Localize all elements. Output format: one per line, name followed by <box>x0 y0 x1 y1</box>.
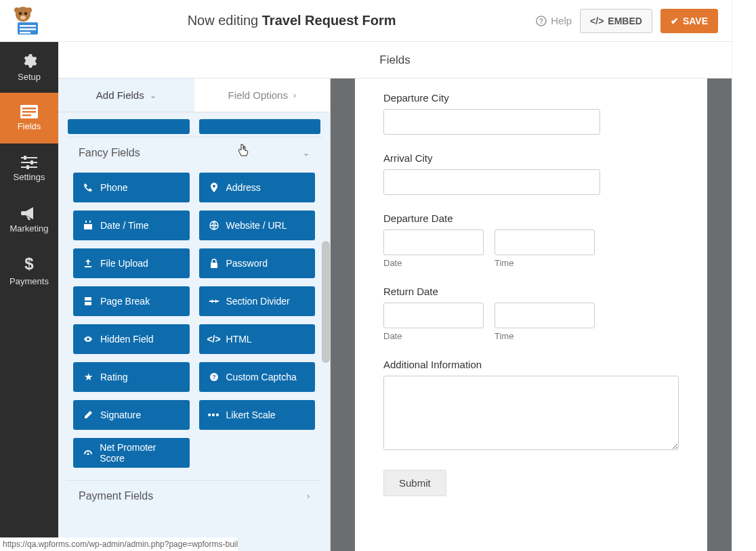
field-type-label: File Upload <box>100 258 148 269</box>
dollar-icon: $ <box>24 255 33 273</box>
return-time-input[interactable] <box>495 303 595 328</box>
rail-marketing[interactable]: Marketing <box>0 194 58 245</box>
date-sublabel: Date <box>383 331 484 341</box>
collapsed-group-stub <box>68 119 320 130</box>
field-type-html[interactable]: </>HTML <box>199 324 316 354</box>
field-type-date-time[interactable]: Date / Time <box>73 211 190 240</box>
pencil-icon <box>83 410 93 420</box>
svg-rect-3 <box>20 32 30 34</box>
field-return-date[interactable]: Return Date Date Time <box>383 286 679 341</box>
form-name: Travel Request Form <box>262 13 396 28</box>
svg-rect-2 <box>20 28 36 30</box>
tab-add-fields[interactable]: Add Fields ⌄ <box>58 79 194 112</box>
field-type-signature[interactable]: Signature <box>73 400 190 430</box>
rail-settings[interactable]: Settings <box>0 144 58 194</box>
group-payment-fields[interactable]: Payment Fields › <box>66 480 322 512</box>
save-button[interactable]: ✔ SAVE <box>660 9 718 33</box>
topbar: Now editing Travel Request Form ? Help <… <box>0 0 756 42</box>
svg-rect-16 <box>21 157 37 158</box>
embed-button[interactable]: </> EMBED <box>580 9 652 33</box>
tab-field-options[interactable]: Field Options › <box>194 79 331 112</box>
field-type-hidden-field[interactable]: Hidden Field <box>73 324 190 354</box>
field-type-label: Phone <box>100 182 127 193</box>
date-sublabel: Date <box>383 258 484 268</box>
pagebreak-icon <box>83 296 93 306</box>
departure-city-input[interactable] <box>383 109 600 135</box>
code-icon: </> <box>590 16 604 26</box>
pin-icon <box>209 183 219 192</box>
form-canvas: Departure City Arrival City Departure Da… <box>331 79 732 551</box>
field-type-likert-scale[interactable]: •••Likert Scale <box>199 400 316 430</box>
field-type-rating[interactable]: ★Rating <box>73 362 190 392</box>
app-logo <box>5 3 47 39</box>
svg-rect-20 <box>30 160 33 164</box>
field-departure-city[interactable]: Departure City <box>383 92 679 135</box>
svg-rect-24 <box>85 221 87 223</box>
svg-point-7 <box>14 7 20 13</box>
status-bar: https://qa.wpforms.com/wp-admin/admin.ph… <box>0 537 238 551</box>
form-canvas-inner[interactable]: Departure City Arrival City Departure Da… <box>355 79 707 551</box>
help-label: Help <box>551 15 572 26</box>
svg-point-6 <box>24 12 27 14</box>
field-type-label: Date / Time <box>100 220 149 231</box>
field-type-section-divider[interactable]: Section Divider <box>199 286 316 316</box>
field-type-custom-captcha[interactable]: ?Custom Captcha <box>199 362 316 392</box>
editing-title: Now editing Travel Request Form <box>47 13 536 28</box>
svg-rect-21 <box>26 165 29 169</box>
chevron-down-icon: ⌄ <box>150 91 156 100</box>
field-type-net-promoter-score[interactable]: Net Promoter Score <box>73 438 190 468</box>
question-icon: ? <box>209 372 219 382</box>
fields-sidebar: Add Fields ⌄ Field Options › Fancy Field… <box>58 79 331 551</box>
departure-time-input[interactable] <box>495 229 595 255</box>
rail-label: Marketing <box>9 223 48 234</box>
scrollbar-thumb[interactable] <box>322 241 330 363</box>
gauge-icon <box>83 448 93 458</box>
field-type-phone[interactable]: Phone <box>73 173 190 202</box>
help-link[interactable]: ? Help <box>536 15 572 26</box>
field-type-label: Net Promoter Score <box>100 442 180 464</box>
lock-icon <box>209 259 219 268</box>
return-date-input[interactable] <box>383 303 484 328</box>
rail-label: Settings <box>14 172 45 182</box>
svg-rect-29 <box>85 302 91 305</box>
sidebar-tabs: Add Fields ⌄ Field Options › <box>58 79 330 112</box>
code-icon: </> <box>209 334 219 345</box>
svg-point-8 <box>26 7 32 13</box>
field-type-page-break[interactable]: Page Break <box>73 286 190 316</box>
field-type-password[interactable]: Password <box>199 248 316 278</box>
save-label: SAVE <box>683 16 708 26</box>
svg-rect-23 <box>84 222 92 224</box>
rail-fields[interactable]: Fields <box>0 93 58 144</box>
time-sublabel: Time <box>495 258 595 268</box>
field-departure-date[interactable]: Departure Date Date Time <box>383 213 679 268</box>
check-icon: ✔ <box>671 16 679 26</box>
bullhorn-icon <box>21 206 37 221</box>
phone-icon <box>83 183 93 192</box>
svg-rect-17 <box>21 162 37 163</box>
rail-setup[interactable]: Setup <box>0 42 58 93</box>
submit-button[interactable]: Submit <box>383 470 446 496</box>
departure-date-input[interactable] <box>383 229 484 255</box>
label: Return Date <box>383 286 679 297</box>
group-fancy-fields[interactable]: Fancy Fields ⌄ <box>66 137 322 169</box>
rail-payments[interactable]: $ Payments <box>0 245 58 296</box>
left-rail: Setup Fields Settings Marketing $ Paymen… <box>0 42 58 551</box>
field-type-label: Website / URL <box>226 220 287 231</box>
field-additional-info[interactable]: Additional Information <box>383 359 679 452</box>
eye-slash-icon <box>83 334 93 344</box>
field-type-address[interactable]: Address <box>199 173 316 202</box>
field-arrival-city[interactable]: Arrival City <box>383 152 679 195</box>
field-type-file-upload[interactable]: File Upload <box>73 248 190 278</box>
field-type-website-url[interactable]: Website / URL <box>199 211 316 240</box>
field-type-label: Password <box>226 258 268 269</box>
rail-label: Fields <box>18 121 41 131</box>
svg-rect-19 <box>24 156 26 160</box>
svg-rect-28 <box>85 297 91 301</box>
additional-info-textarea[interactable] <box>383 376 679 450</box>
gear-icon <box>21 53 37 69</box>
field-type-label: Signature <box>100 410 141 420</box>
svg-rect-1 <box>20 25 36 27</box>
sliders-icon <box>21 156 37 169</box>
status-url: https://qa.wpforms.com/wp-admin/admin.ph… <box>3 539 238 549</box>
arrival-city-input[interactable] <box>383 169 600 195</box>
